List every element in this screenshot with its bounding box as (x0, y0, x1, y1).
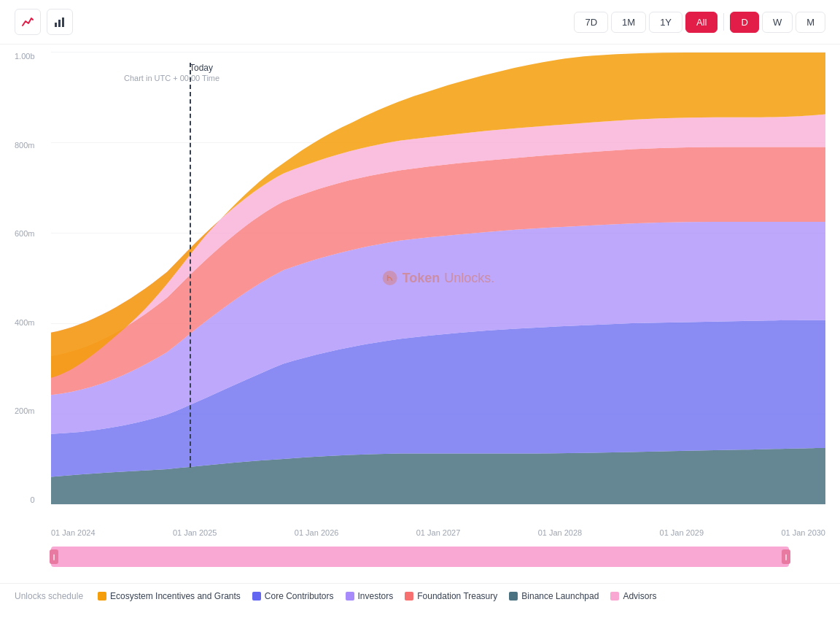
x-label-2024: 01 Jan 2024 (51, 528, 96, 537)
x-label-2030: 01 Jan 2030 (781, 528, 825, 537)
legend-dot-ecosystem (98, 592, 106, 601)
time-1y-button[interactable]: 1Y (649, 12, 682, 33)
svg-rect-2 (62, 18, 64, 27)
time-range-controls: 7D 1M 1Y All D W M (574, 12, 825, 33)
chart-area: Today Chart in UTC + 00:00 Time TokenUnl… (51, 52, 825, 504)
today-line (190, 63, 191, 468)
toolbar: 7D 1M 1Y All D W M (0, 0, 840, 45)
x-label-2027: 01 Jan 2027 (416, 528, 461, 537)
time-all-button[interactable]: All (685, 12, 718, 33)
line-chart-button[interactable] (15, 9, 41, 35)
legend-dot-core (252, 592, 261, 601)
bar-chart-button[interactable] (47, 9, 73, 35)
legend-label-advisors: Advisors (623, 591, 656, 601)
y-label-1b: 1.00b (15, 52, 41, 61)
legend-item-ecosystem: Ecosystem Incentives and Grants (98, 591, 241, 601)
granularity-w-button[interactable]: W (762, 12, 793, 33)
y-label-200m: 200m (15, 406, 41, 415)
utc-label: Chart in UTC + 00:00 Time (124, 74, 219, 82)
scrollbar-area: ∥ ∥ (51, 547, 789, 583)
x-label-2026: 01 Jan 2026 (295, 528, 339, 537)
legend-item-advisors: Advisors (610, 591, 656, 601)
legend-dot-investors (346, 592, 354, 601)
y-label-400m: 400m (15, 318, 41, 327)
legend-prefix-label: Unlocks schedule (15, 591, 83, 601)
divider (723, 13, 724, 31)
legend-dot-advisors (610, 592, 619, 601)
legend-item-core: Core Contributors (252, 591, 334, 601)
scrollbar-handle-left[interactable]: ∥ (50, 549, 58, 564)
today-label: Today (190, 63, 213, 73)
scrollbar-track[interactable]: ∥ ∥ (51, 547, 789, 567)
y-axis: 1.00b 800m 600m 400m 200m 0 (15, 52, 41, 504)
legend-dot-binance (509, 592, 518, 601)
chart-container: 1.00b 800m 600m 400m 200m 0 (0, 45, 840, 541)
scrollbar-handle-right[interactable]: ∥ (782, 549, 790, 564)
legend-label-core: Core Contributors (265, 591, 334, 601)
y-label-0: 0 (30, 495, 40, 504)
legend-item-foundation: Foundation Treasury (405, 591, 497, 601)
x-label-2029: 01 Jan 2029 (660, 528, 704, 537)
granularity-m-button[interactable]: M (796, 12, 825, 33)
x-label-2025: 01 Jan 2025 (173, 528, 217, 537)
legend-label-ecosystem: Ecosystem Incentives and Grants (110, 591, 241, 601)
time-1m-button[interactable]: 1M (611, 12, 646, 33)
legend-item-binance: Binance Launchpad (509, 591, 599, 601)
chart-svg (51, 52, 825, 504)
time-7d-button[interactable]: 7D (574, 12, 608, 33)
x-axis: 01 Jan 2024 01 Jan 2025 01 Jan 2026 01 J… (51, 528, 825, 537)
legend-label-foundation: Foundation Treasury (417, 591, 497, 601)
legend-label-binance: Binance Launchpad (521, 591, 599, 601)
granularity-d-button[interactable]: D (730, 12, 758, 33)
legend-item-investors: Investors (346, 591, 394, 601)
y-label-600m: 600m (15, 229, 41, 238)
legend: Unlocks schedule Ecosystem Incentives an… (0, 583, 840, 609)
x-label-2028: 01 Jan 2028 (538, 528, 583, 537)
legend-label-investors: Investors (358, 591, 394, 601)
svg-rect-1 (58, 20, 61, 27)
legend-dot-foundation (405, 592, 413, 601)
y-label-800m: 800m (15, 141, 41, 150)
scrollbar-thumb (51, 547, 789, 567)
chart-type-buttons (15, 9, 73, 35)
svg-rect-0 (55, 23, 57, 27)
